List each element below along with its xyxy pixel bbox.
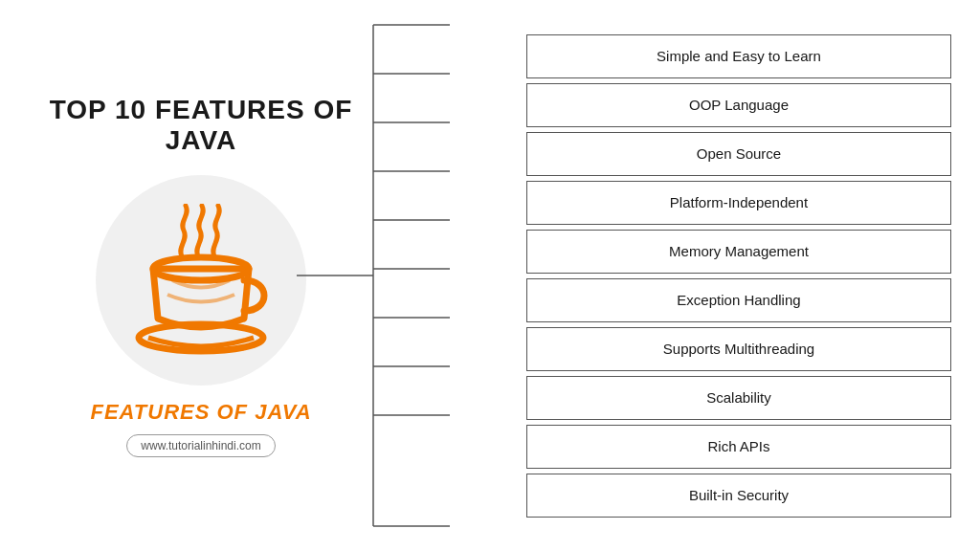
feature-item-1: Simple and Easy to Learn xyxy=(526,34,951,78)
logo-circle xyxy=(96,175,306,386)
feature-item-6: Exception Handling xyxy=(526,278,951,322)
feature-item-4: Platform-Independent xyxy=(526,181,951,225)
page-title: TOP 10 FEATURES OF JAVA xyxy=(29,95,373,156)
java-logo-icon xyxy=(129,204,273,357)
feature-item-9: Rich APIs xyxy=(526,425,951,469)
feature-item-10: Built-in Security xyxy=(526,474,951,518)
feature-item-7: Supports Multithreading xyxy=(526,327,951,371)
feature-item-2: OOP Language xyxy=(526,83,951,127)
feature-item-5: Memory Management xyxy=(526,230,951,274)
feature-item-8: Scalability xyxy=(526,376,951,420)
feature-item-3: Open Source xyxy=(526,132,951,176)
website-label: www.tutorialinhindi.com xyxy=(126,434,275,457)
main-container: TOP 10 FEATURES OF JAVA xyxy=(0,0,980,551)
left-panel: TOP 10 FEATURES OF JAVA xyxy=(29,19,373,532)
features-panel: Simple and Easy to Learn OOP Language Op… xyxy=(526,17,951,535)
subtitle: FEATURES OF JAVA xyxy=(90,400,311,425)
